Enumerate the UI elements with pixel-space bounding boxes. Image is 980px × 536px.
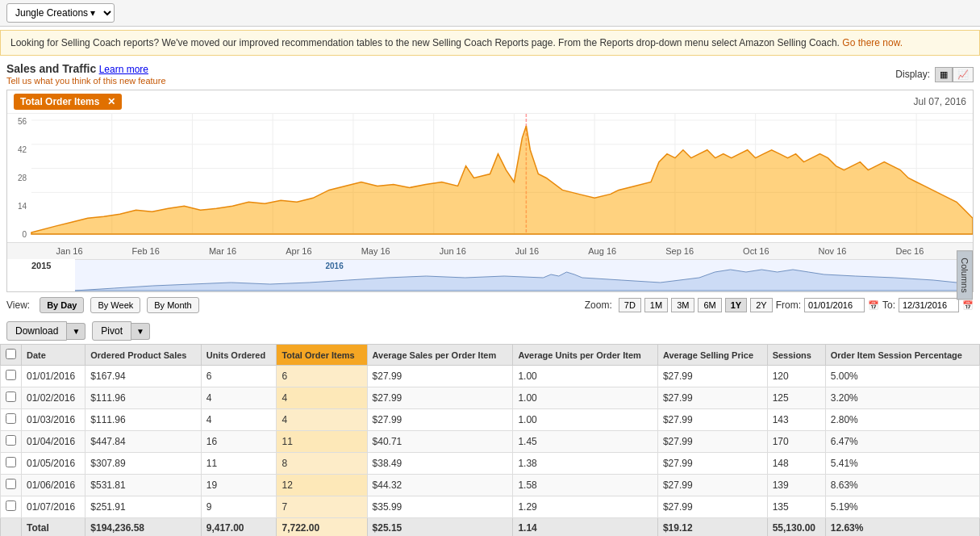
zoom-label: Zoom:: [585, 299, 612, 311]
view-by-month-btn[interactable]: By Month: [147, 297, 198, 313]
chart-badge-close[interactable]: ✕: [107, 96, 115, 107]
banner-link[interactable]: Go there now.: [842, 37, 903, 48]
columns-tab[interactable]: Columns: [957, 250, 973, 299]
td-session-pct: 5.19%: [825, 496, 979, 518]
pivot-btn[interactable]: Pivot: [92, 321, 131, 341]
y-label-42: 42: [7, 145, 30, 154]
row-checkbox[interactable]: [6, 457, 16, 467]
x-label-may: May 16: [361, 246, 390, 256]
table-footer: Total $194,236.58 9,417.00 7,722.00 $25.…: [1, 518, 980, 537]
learn-more-link[interactable]: Learn more: [99, 64, 148, 75]
td-total-order-items: 8: [277, 453, 367, 475]
zoom-controls: Zoom: 7D 1M 3M 6M 1Y 2Y From: 📅 To: 📅: [585, 298, 974, 312]
zoom-1m-btn[interactable]: 1M: [644, 298, 668, 312]
row-checkbox[interactable]: [6, 370, 16, 380]
row-checkbox[interactable]: [6, 435, 16, 446]
th-ordered-product-sales: Ordered Product Sales: [85, 345, 201, 366]
td-session-pct: 5.41%: [825, 453, 979, 475]
x-label-dec: Dec 16: [895, 246, 924, 256]
tf-sessions: 55,130.00: [767, 518, 825, 537]
download-btn[interactable]: Download: [6, 321, 67, 341]
zoom-3m-btn[interactable]: 3M: [671, 298, 694, 312]
td-ordered-product-sales: $167.94: [85, 366, 201, 387]
td-avg-sales: $27.99: [367, 409, 513, 431]
td-sessions: 143: [767, 409, 825, 431]
chart-date: Jul 07, 2016: [914, 96, 966, 107]
display-controls: Display: ▦ 📈: [895, 67, 974, 82]
x-label-sep: Sep 16: [665, 246, 694, 256]
date-range: From: 📅 To: 📅: [776, 298, 974, 312]
row-checkbox[interactable]: [6, 500, 16, 511]
chart-badge: Total Order Items ✕: [14, 94, 122, 110]
tf-ordered-product-sales: $194,236.58: [85, 518, 201, 537]
pivot-arrow-btn[interactable]: ▼: [131, 323, 150, 340]
chart-badge-label: Total Order Items: [20, 96, 99, 107]
x-label-oct: Oct 16: [743, 246, 769, 256]
td-checkbox: [1, 409, 22, 431]
data-table: Date Ordered Product Sales Units Ordered…: [0, 344, 980, 536]
download-arrow-btn[interactable]: ▼: [67, 323, 85, 340]
svg-marker-17: [31, 126, 973, 234]
from-calendar-icon[interactable]: 📅: [868, 299, 879, 311]
table-body: 01/01/2016 $167.94 6 6 $27.99 1.00 $27.9…: [1, 366, 980, 518]
view-controls: View: By Day By Week By Month Zoom: 7D 1…: [0, 292, 980, 318]
td-avg-sales: $40.71: [367, 431, 513, 453]
td-date: 01/07/2016: [22, 496, 85, 518]
td-ordered-product-sales: $447.84: [85, 431, 201, 453]
td-units-ordered: 4: [201, 409, 277, 431]
td-total-order-items: 11: [277, 431, 367, 453]
td-session-pct: 2.80%: [825, 409, 979, 431]
td-date: 01/04/2016: [22, 431, 85, 453]
row-checkbox[interactable]: [6, 413, 16, 424]
td-avg-units: 1.00: [513, 409, 658, 431]
table-actions: Download ▼ Pivot ▼: [0, 318, 980, 344]
view-by-week-btn[interactable]: By Week: [90, 297, 140, 313]
table-header-row: Date Ordered Product Sales Units Ordered…: [1, 345, 980, 366]
td-ordered-product-sales: $111.96: [85, 409, 201, 431]
select-all-checkbox[interactable]: [6, 349, 16, 359]
y-label-0: 0: [7, 230, 30, 239]
display-table-btn[interactable]: ▦: [935, 67, 953, 82]
td-checkbox: [1, 453, 22, 475]
zoom-6m-btn[interactable]: 6M: [698, 298, 721, 312]
x-label-aug: Aug 16: [588, 246, 616, 256]
chart-svg: [7, 114, 973, 242]
td-avg-units: 1.38: [513, 453, 658, 475]
td-total-order-items: 6: [277, 366, 367, 387]
display-chart-btn[interactable]: 📈: [953, 67, 974, 82]
zoom-2y-btn[interactable]: 2Y: [750, 298, 772, 312]
y-label-56: 56: [7, 117, 30, 126]
chart-area: 56 42 28 14 0: [7, 113, 973, 242]
zoom-7d-btn[interactable]: 7D: [619, 298, 641, 312]
zoom-1y-btn[interactable]: 1Y: [725, 298, 747, 312]
tf-avg-price: $19.12: [657, 518, 767, 537]
download-dropdown: Download ▼: [6, 321, 85, 341]
table-row: 01/06/2016 $531.81 19 12 $44.32 1.58 $27…: [1, 475, 980, 496]
feedback-link[interactable]: Tell us what you think of this new featu…: [6, 76, 166, 86]
view-by-day-btn[interactable]: By Day: [40, 297, 84, 313]
chart-x-labels: Jan 16 Feb 16 Mar 16 Apr 16 May 16 Jun 1…: [7, 242, 973, 259]
store-selector[interactable]: Jungle Creations ▾: [6, 3, 115, 23]
td-avg-sales: $35.99: [367, 496, 513, 518]
th-date: Date: [22, 345, 85, 366]
td-total-order-items: 4: [277, 387, 367, 409]
td-avg-price: $27.99: [657, 366, 767, 387]
x-label-jun: Jun 16: [440, 246, 466, 256]
row-checkbox[interactable]: [6, 392, 16, 402]
td-units-ordered: 11: [201, 453, 277, 475]
table-row: 01/04/2016 $447.84 16 11 $40.71 1.45 $27…: [1, 431, 980, 453]
table-row: 01/03/2016 $111.96 4 4 $27.99 1.00 $27.9…: [1, 409, 980, 431]
row-checkbox[interactable]: [6, 479, 16, 489]
to-date-input[interactable]: [899, 298, 959, 312]
td-avg-units: 1.00: [513, 366, 658, 387]
td-sessions: 120: [767, 366, 825, 387]
td-session-pct: 5.00%: [825, 366, 979, 387]
to-calendar-icon[interactable]: 📅: [962, 299, 974, 311]
table-row: 01/05/2016 $307.89 11 8 $38.49 1.38 $27.…: [1, 453, 980, 475]
table-footer-row: Total $194,236.58 9,417.00 7,722.00 $25.…: [1, 518, 980, 537]
td-date: 01/06/2016: [22, 475, 85, 496]
from-date-input[interactable]: [804, 298, 865, 312]
chart-header: Total Order Items ✕ Jul 07, 2016: [7, 90, 973, 113]
td-sessions: 139: [767, 475, 825, 496]
td-sessions: 148: [767, 453, 825, 475]
